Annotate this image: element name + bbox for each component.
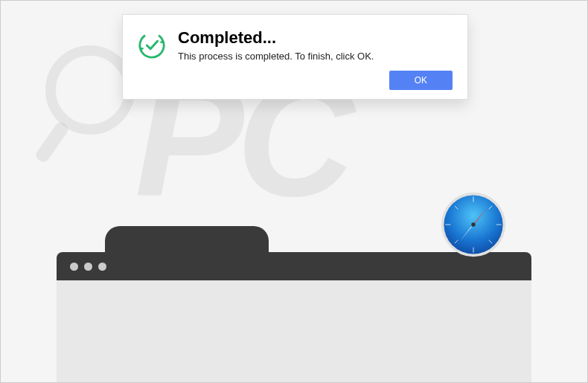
browser-tab — [105, 226, 269, 256]
dialog-message: This process is completed. To finish, cl… — [178, 51, 453, 62]
completed-dialog: Completed... This process is completed. … — [122, 14, 468, 100]
traffic-light-minimize-icon — [84, 263, 92, 271]
svg-point-14 — [471, 222, 475, 226]
traffic-light-maximize-icon — [98, 263, 106, 271]
dialog-actions: OK — [178, 71, 453, 90]
ok-button[interactable]: OK — [389, 71, 453, 90]
dialog-title: Completed... — [178, 28, 453, 48]
dialog-content: Completed... This process is completed. … — [178, 28, 453, 90]
browser-content-area — [57, 280, 531, 382]
safari-icon — [440, 191, 507, 258]
checkmark-refresh-icon — [138, 31, 166, 59]
traffic-light-close-icon — [70, 263, 78, 271]
svg-point-15 — [138, 31, 166, 59]
